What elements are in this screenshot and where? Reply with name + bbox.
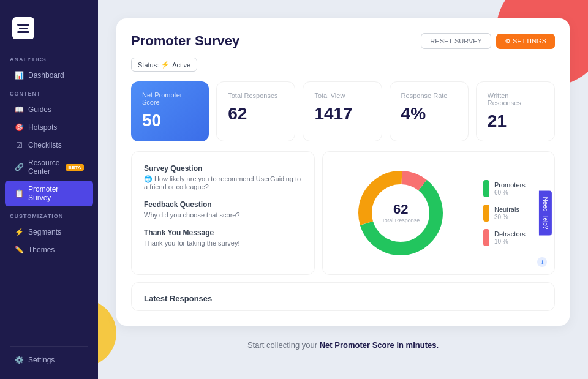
feedback-body: Why did you choose that score?: [144, 211, 240, 219]
settings-button[interactable]: ⚙ SETTINGS: [496, 34, 555, 49]
checklists-label: Checklists: [28, 141, 62, 149]
bottom-row: Survey Question 🌐 How likely are you to …: [131, 151, 555, 275]
lightning-icon: ⚡: [161, 61, 170, 69]
chart-card: 62 Total Response Promoters 60 %: [322, 151, 555, 275]
metric-rate: Response Rate 4%: [390, 81, 469, 141]
customization-label: Customization: [0, 207, 98, 223]
status-value: Active: [172, 61, 190, 69]
themes-icon: ✏️: [15, 246, 23, 254]
metric-views: Total View 1417: [303, 81, 382, 141]
settings-label: Settings: [28, 356, 55, 364]
chart-info-icon[interactable]: ℹ: [537, 257, 547, 267]
dashboard-label: Dashboard: [28, 71, 64, 80]
detractors-color: [483, 229, 489, 246]
resource-center-icon: 🔗: [15, 163, 23, 171]
promoters-name: Promoters: [494, 181, 526, 189]
neutrals-pct: 30 %: [494, 214, 508, 220]
promoter-survey-icon: 📋: [15, 189, 23, 198]
neutrals-name: Neutrals: [494, 206, 519, 213]
sidebar-bottom: ⚙️ Settings: [0, 341, 98, 379]
metric-nps: Net Promoter Score 50: [131, 81, 209, 141]
donut-center: 62 Total Response: [382, 203, 420, 223]
metric-written: Written Responses 21: [476, 81, 555, 141]
guides-icon: 📖: [15, 105, 23, 114]
neutrals-text: Neutrals 30 %: [494, 206, 519, 220]
detractors-text: Detractors 10 %: [494, 230, 526, 245]
settings-icon: ⚙️: [15, 356, 23, 364]
sidebar-item-settings[interactable]: ⚙️ Settings: [5, 351, 93, 369]
content-label: Content: [0, 84, 98, 100]
thankyou-section: Thank You Message Thank you for taking t…: [144, 228, 302, 247]
promoters-color: [483, 180, 489, 197]
rate-label: Response Rate: [401, 92, 457, 99]
beta-badge: BETA: [66, 164, 83, 171]
logo-bar-2: [19, 28, 28, 29]
thankyou-body: Thank you for taking the survey!: [144, 239, 240, 247]
written-label: Written Responses: [488, 92, 543, 107]
sidebar-item-guides[interactable]: 📖 Guides: [5, 101, 93, 118]
analytics-section: Analytics 📊 Dashboard: [0, 50, 98, 84]
content-section: Content 📖 Guides 🎯 Hotspots ☑ Checklists…: [0, 84, 98, 207]
sidebar-item-promoter-survey[interactable]: 📋 Promoter Survey: [5, 181, 93, 206]
feedback-text: Why did you choose that score?: [144, 211, 302, 219]
sidebar-logo: [0, 0, 98, 50]
hotspots-icon: 🎯: [15, 123, 23, 132]
views-value: 1417: [314, 104, 370, 124]
donut-label: Total Response: [382, 217, 420, 223]
sidebar-item-segments[interactable]: ⚡ Segments: [5, 223, 93, 241]
sidebar-divider: [10, 346, 88, 347]
detractors-pct: 10 %: [494, 238, 508, 245]
segments-icon: ⚡: [15, 228, 23, 236]
promoters-pct: 60 %: [494, 189, 508, 196]
donut-chart: 62 Total Response: [352, 164, 450, 262]
metric-responses: Total Responses 62: [216, 81, 295, 141]
segments-label: Segments: [28, 228, 61, 236]
legend-promoters: Promoters 60 %: [483, 180, 526, 197]
dashboard-icon: 📊: [15, 71, 23, 80]
latest-responses-title: Latest Responses: [144, 294, 542, 303]
sidebar: Analytics 📊 Dashboard Content 📖 Guides 🎯…: [0, 0, 98, 379]
latest-responses-section: Latest Responses: [131, 282, 555, 311]
written-value: 21: [488, 111, 543, 131]
promoter-survey-label: Promoter Survey: [28, 185, 83, 202]
survey-details-card: Survey Question 🌐 How likely are you to …: [131, 151, 315, 275]
main-card: Promoter Survey RESET SURVEY ⚙ SETTINGS …: [116, 18, 570, 326]
detractors-name: Detractors: [494, 230, 526, 238]
header-actions: RESET SURVEY ⚙ SETTINGS: [421, 33, 555, 49]
sidebar-item-hotspots[interactable]: 🎯 Hotspots: [5, 119, 93, 136]
views-label: Total View: [314, 92, 370, 99]
responses-label: Total Responses: [228, 92, 284, 99]
metrics-row: Net Promoter Score 50 Total Responses 62…: [131, 81, 555, 141]
thankyou-title: Thank You Message: [144, 228, 302, 237]
feedback-title: Feedback Question: [144, 200, 302, 209]
status-badge: Status: ⚡ Active: [131, 58, 197, 72]
customization-section: Customization ⚡ Segments ✏️ Themes: [0, 207, 98, 259]
footer-text-start: Start collecting your: [247, 340, 320, 350]
logo-icon: [12, 17, 34, 39]
survey-question-title: Survey Question: [144, 164, 302, 173]
header-row: Promoter Survey RESET SURVEY ⚙ SETTINGS: [131, 33, 555, 49]
nps-label: Net Promoter Score: [142, 91, 198, 106]
nps-value: 50: [142, 111, 198, 130]
analytics-label: Analytics: [0, 50, 98, 66]
logo-bar-3: [17, 31, 29, 33]
sidebar-item-checklists[interactable]: ☑ Checklists: [5, 137, 93, 154]
page-title: Promoter Survey: [131, 33, 239, 49]
survey-question-body: 🌐 How likely are you to recommend UserGu…: [144, 175, 302, 190]
resource-center-label: Resource Center: [28, 159, 59, 176]
responses-value: 62: [228, 104, 284, 124]
feedback-question-section: Feedback Question Why did you choose tha…: [144, 200, 302, 219]
legend-neutrals: Neutrals 30 %: [483, 205, 526, 222]
footer-text-bold: Net Promoter Score in minutes.: [320, 340, 439, 350]
sidebar-item-resource-center[interactable]: 🔗 Resource Center BETA: [5, 154, 93, 180]
status-label: Status:: [138, 61, 159, 69]
donut-total: 62: [382, 203, 420, 216]
sidebar-item-themes[interactable]: ✏️ Themes: [5, 241, 93, 258]
themes-label: Themes: [28, 246, 55, 254]
footer-bar: Start collecting your Net Promoter Score…: [116, 333, 570, 350]
reset-survey-button[interactable]: RESET SURVEY: [421, 33, 491, 49]
neutrals-color: [483, 205, 489, 222]
sidebar-item-dashboard[interactable]: 📊 Dashboard: [5, 67, 93, 84]
rate-value: 4%: [401, 104, 457, 124]
need-help-tab[interactable]: Need Help?: [539, 191, 552, 236]
